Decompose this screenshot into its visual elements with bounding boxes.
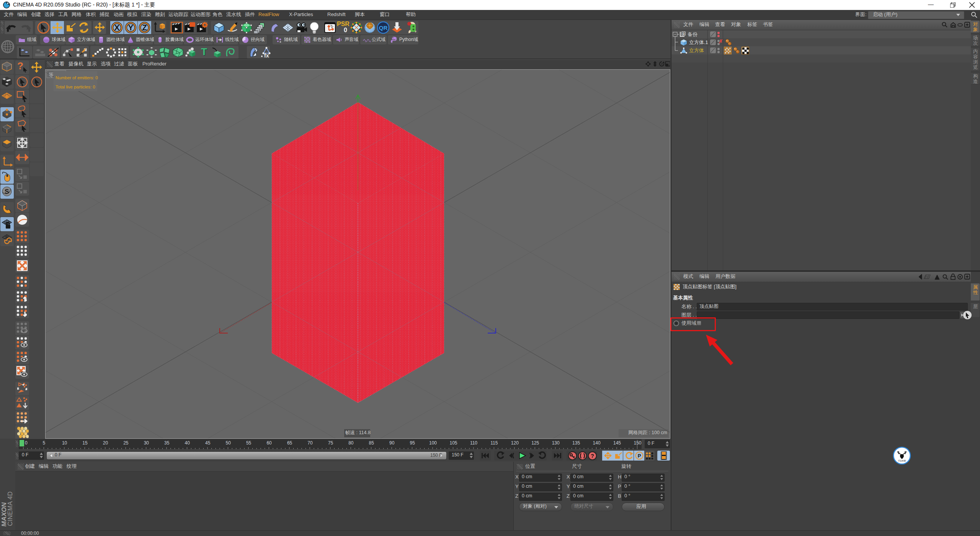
svg-text:fx: fx xyxy=(264,52,269,58)
svg-text:Y: Y xyxy=(128,23,134,32)
svg-text:120: 120 xyxy=(511,440,519,446)
svg-text:40: 40 xyxy=(185,440,190,446)
svg-text:105: 105 xyxy=(450,440,457,446)
svg-text:P: P xyxy=(638,453,641,459)
svg-text:60: 60 xyxy=(266,440,272,446)
svg-text:110: 110 xyxy=(470,440,477,446)
svg-text:125: 125 xyxy=(531,440,539,446)
svg-text:S: S xyxy=(5,188,9,195)
svg-text:行走的鹿: 行走的鹿 xyxy=(898,459,906,462)
svg-text:Total live particles: 0: Total live particles: 0 xyxy=(56,85,95,89)
svg-text:135: 135 xyxy=(572,440,580,446)
svg-text:140: 140 xyxy=(593,440,601,446)
svg-text:55: 55 xyxy=(246,440,252,446)
svg-text:130: 130 xyxy=(552,440,560,446)
svg-text:0: 0 xyxy=(683,32,684,36)
svg-text:Number of emitters: 0: Number of emitters: 0 xyxy=(56,75,98,80)
svg-text:10: 10 xyxy=(62,440,67,446)
svg-text:150: 150 xyxy=(634,440,642,446)
svg-text:5: 5 xyxy=(42,440,45,446)
svg-text:网格间距 : 100 cm: 网格间距 : 100 cm xyxy=(629,430,667,435)
svg-text:50: 50 xyxy=(226,440,231,446)
svg-text:X: X xyxy=(114,23,120,32)
svg-text:45: 45 xyxy=(205,440,211,446)
svg-text:30: 30 xyxy=(144,440,149,446)
svg-text:100: 100 xyxy=(429,440,437,446)
svg-text:0: 0 xyxy=(25,440,28,446)
svg-text:70: 70 xyxy=(307,440,313,446)
svg-text:35: 35 xyxy=(164,440,170,446)
svg-text:帧速 : 114.8: 帧速 : 114.8 xyxy=(345,430,371,435)
svg-text:95: 95 xyxy=(410,440,415,446)
svg-text:115: 115 xyxy=(490,440,498,446)
svg-text:65: 65 xyxy=(287,440,292,446)
svg-text:20: 20 xyxy=(103,440,108,446)
svg-text:QR: QR xyxy=(379,25,388,31)
svg-text:90: 90 xyxy=(389,440,395,446)
svg-text:75: 75 xyxy=(328,440,333,446)
svg-text:80: 80 xyxy=(348,440,354,446)
svg-text:85: 85 xyxy=(369,440,374,446)
svg-text:Z: Z xyxy=(142,23,147,32)
svg-text:25: 25 xyxy=(123,440,129,446)
svg-text:15: 15 xyxy=(82,440,88,446)
svg-text:145: 145 xyxy=(613,440,621,446)
svg-text:?: ? xyxy=(591,453,594,459)
